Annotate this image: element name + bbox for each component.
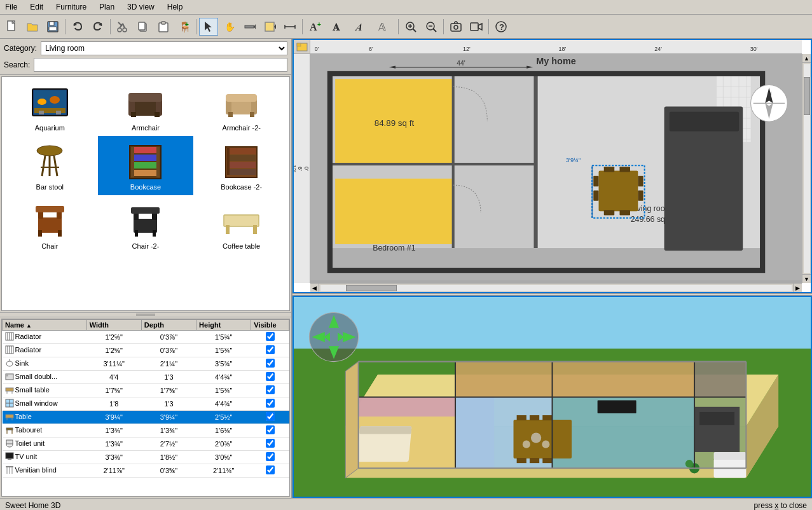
svg-rect-127 <box>6 466 13 467</box>
scrollbar-vertical[interactable]: ▲ ▼ <box>802 54 811 283</box>
search-input[interactable] <box>34 58 287 72</box>
table-row[interactable]: Radiator 1'2⅝" 0'3⅞" 1'5¾" <box>3 344 289 357</box>
menu-edit[interactable]: Edit <box>27 1 46 13</box>
col-header-visible[interactable]: Visible <box>251 320 289 331</box>
toolbar-text-A2[interactable]: 𝐀 <box>328 18 350 36</box>
table-row[interactable]: Sink 3'11¼" 2'1¼" 3'5¾" <box>3 357 289 371</box>
furniture-item-bookcase2[interactable]: Bookcase -2- <box>193 136 289 195</box>
cell-visible[interactable] <box>251 411 289 424</box>
scroll-left-btn[interactable]: ◀ <box>310 284 319 293</box>
svg-rect-62 <box>228 112 233 117</box>
table-row[interactable]: Small table 1'7⅝" 1'7⅝" 1'5¾" <box>3 384 289 397</box>
visible-checkbox[interactable] <box>266 332 275 341</box>
scrollbar-horizontal[interactable]: ◀ ▶ <box>310 283 802 292</box>
toolbar-text-A3[interactable]: 𝑨 <box>351 18 373 36</box>
table-row[interactable]: Tabouret 1'3¾" 1'3¾" 1'6⅛" <box>3 424 289 438</box>
floor-plan-3d[interactable] <box>292 296 812 498</box>
menu-plan[interactable]: Plan <box>97 1 117 13</box>
toolbar-video[interactable] <box>467 18 486 36</box>
menu-file[interactable]: File <box>3 1 20 13</box>
cell-visible[interactable] <box>251 438 289 451</box>
scroll-down-btn[interactable]: ▼ <box>802 274 811 283</box>
cell-visible[interactable] <box>251 331 289 344</box>
toolbar-pan[interactable]: ✋ <box>219 18 238 36</box>
toolbar-text-A4[interactable]: 𝔸 <box>374 18 396 36</box>
visible-checkbox[interactable] <box>266 412 275 421</box>
furniture-item-barstool[interactable]: Bar stool <box>2 136 98 195</box>
menu-3dview[interactable]: 3D view <box>125 1 157 13</box>
cell-visible[interactable] <box>251 464 289 478</box>
visible-checkbox[interactable] <box>266 452 275 461</box>
furniture-item-chair[interactable]: Chair <box>2 195 98 254</box>
table-row[interactable]: Table 3'9¼" 3'9¼" 2'5½" <box>3 411 289 424</box>
visible-checkbox[interactable] <box>266 439 275 448</box>
toolbar-new[interactable] <box>3 18 22 36</box>
toolbar-create-room[interactable] <box>260 18 279 36</box>
cell-visible[interactable] <box>251 451 289 464</box>
floor-plan-2d[interactable]: 0' 6' 12' 18' 24' 30' 0' 6' 12' <box>292 39 812 293</box>
table-row[interactable]: Small window 1'8 1'3 4'4¾" <box>3 397 289 411</box>
col-header-depth[interactable]: Depth <box>141 320 196 331</box>
status-bar: Sweet Home 3D press x to close <box>0 498 812 510</box>
visible-checkbox[interactable] <box>266 425 275 434</box>
menu-furniture[interactable]: Furniture <box>53 1 89 13</box>
toolbar-undo[interactable] <box>68 18 87 36</box>
furniture-item-aquarium[interactable]: Aquarium <box>2 77 98 136</box>
visible-checkbox[interactable] <box>266 372 275 381</box>
svg-point-8 <box>123 28 127 32</box>
scroll-right-btn[interactable]: ▶ <box>793 284 802 293</box>
cell-visible[interactable] <box>251 357 289 371</box>
toolbar-select[interactable] <box>199 18 218 36</box>
cell-visible[interactable] <box>251 397 289 411</box>
scroll-up-btn[interactable]: ▲ <box>802 54 811 63</box>
app-title: Sweet Home 3D <box>5 501 60 510</box>
toolbar-zoom-out[interactable] <box>422 18 441 36</box>
visible-checkbox[interactable] <box>266 385 275 394</box>
table-row[interactable]: Small doubl... 4'4 1'3 4'4¾" <box>3 371 289 384</box>
3d-view-svg <box>294 297 811 497</box>
visible-checkbox[interactable] <box>266 465 275 474</box>
toolbar-save[interactable] <box>43 18 62 36</box>
toolbar-help[interactable]: ? <box>492 18 511 36</box>
cell-visible[interactable] <box>251 424 289 438</box>
furniture-item-armchair2[interactable]: Armchair -2- <box>193 77 289 136</box>
toolbar-create-wall[interactable] <box>240 18 259 36</box>
scrollbar-h-thumb[interactable] <box>346 285 397 291</box>
scrollbar-v-thumb[interactable] <box>804 77 810 115</box>
furniture-item-bookcase[interactable]: Bookcase <box>98 136 194 195</box>
table-row[interactable]: TV unit 3'3⅜" 1'8½" 3'0⅝" <box>3 451 289 464</box>
toolbar-copy[interactable] <box>134 18 153 36</box>
toolbar-open[interactable] <box>23 18 42 36</box>
menu-help[interactable]: Help <box>165 1 186 13</box>
toolbar-dimensions[interactable] <box>280 18 299 36</box>
toolbar-camera[interactable] <box>446 18 465 36</box>
toolbar-add-furniture[interactable]: 🪑+ <box>174 18 193 36</box>
panel-splitter[interactable] <box>0 312 291 317</box>
col-header-height[interactable]: Height <box>196 320 251 331</box>
toolbar-redo[interactable] <box>88 18 107 36</box>
toolbar-zoom-in[interactable] <box>401 18 420 36</box>
svg-rect-50 <box>39 111 44 114</box>
cell-name: Radiator <box>3 331 87 344</box>
col-header-name[interactable]: Name ▲ <box>3 320 87 331</box>
furniture-item-coffeetable[interactable]: Coffee table <box>193 195 289 254</box>
table-row[interactable]: Toilet unit 1'3¾" 2'7½" 2'0⅜" <box>3 438 289 451</box>
toolbar-text-A1[interactable]: A+ <box>305 18 327 36</box>
visible-checkbox[interactable] <box>266 345 275 354</box>
cell-visible[interactable] <box>251 344 289 357</box>
toolbar-cut[interactable] <box>113 18 132 36</box>
category-select[interactable]: Living room <box>41 41 287 55</box>
cell-height: 4'4¾" <box>196 371 251 384</box>
table-row[interactable]: Venitian blind 2'11⅞" 0'3⅝" 2'11¾" <box>3 464 289 478</box>
toolbar-paste[interactable] <box>154 18 173 36</box>
cell-visible[interactable] <box>251 371 289 384</box>
visible-checkbox[interactable] <box>266 359 275 368</box>
svg-text:N: N <box>767 91 771 97</box>
cell-visible[interactable] <box>251 384 289 397</box>
visible-checkbox[interactable] <box>266 399 275 408</box>
col-header-width[interactable]: Width <box>86 320 141 331</box>
table-row[interactable]: Radiator 1'2⅝" 0'3⅞" 1'5¾" <box>3 331 289 344</box>
furniture-item-armchair[interactable]: Armchair <box>98 77 194 136</box>
bookcase2-icon <box>219 141 264 182</box>
furniture-item-chair2[interactable]: Chair -2- <box>98 195 194 254</box>
